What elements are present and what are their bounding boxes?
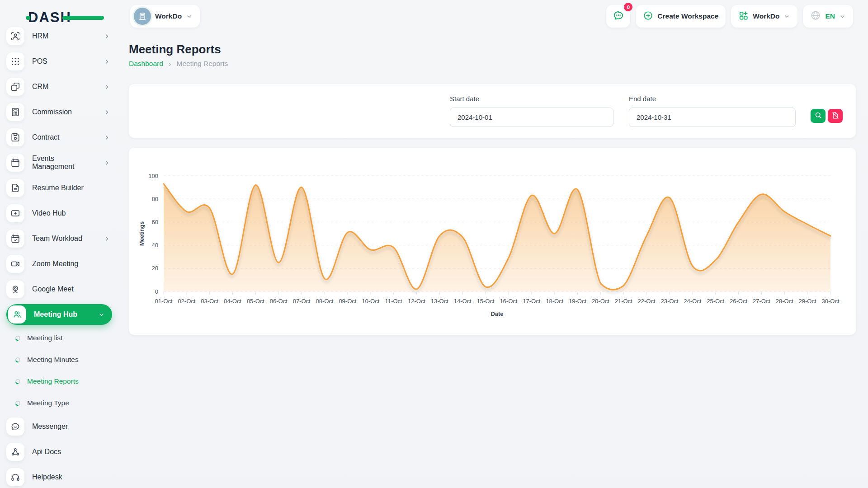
logo-dot-accent [26,16,30,20]
svg-text:03-Oct: 03-Oct [201,298,218,305]
svg-text:02-Oct: 02-Oct [178,298,195,305]
search-icon [814,111,822,121]
chevron-right-icon [104,235,110,242]
chevron-right-icon [104,58,110,65]
save-icon [6,128,24,146]
messages-button[interactable]: 0 [606,5,630,28]
sidebar-item-label: Events Management [32,155,96,171]
chevron-right-icon [104,160,110,166]
chart-x-axis-title: Date [491,310,503,317]
sidebar-item-contract[interactable]: Contract [0,125,118,150]
svg-text:09-Oct: 09-Oct [339,298,356,305]
workspace-dropdown-label: WorkDo [753,12,779,20]
svg-text:29-Oct: 29-Oct [799,298,816,305]
svg-text:01-Oct: 01-Oct [155,298,172,305]
svg-text:05-Oct: 05-Oct [247,298,264,305]
svg-text:16-Oct: 16-Oct [500,298,517,305]
sidebar-item-commission[interactable]: Commission [0,99,118,125]
sidebar-subitem-meeting-reports[interactable]: Meeting Reports [0,371,118,392]
start-date-label: Start date [450,95,479,103]
copy-squares-icon [6,78,24,96]
svg-text:14-Oct: 14-Oct [454,298,472,305]
date-filter-card: Start date End date [129,84,856,138]
sidebar-item-messenger[interactable]: Messenger [0,414,118,439]
bullet-icon [15,335,21,341]
sidebar-item-label: Api Docs [32,448,110,456]
sidebar-subitem-meeting-type[interactable]: Meeting Type [0,392,118,414]
sidebar-item-label: Meeting Hub [34,310,90,319]
meetings-area-chart: 020406080100 01-Oct02-Oct03-Oct04-Oct05-… [129,148,856,335]
globe-icon [810,10,821,23]
sidebar-item-hrm[interactable]: HRM [0,23,118,49]
svg-text:06-Oct: 06-Oct [270,298,288,305]
start-date-input[interactable] [450,108,613,127]
svg-text:11-Oct: 11-Oct [385,298,402,305]
sidebar-item-label: HRM [32,32,96,40]
plus-circle-icon [643,10,653,23]
sidebar-subitem-meeting-list[interactable]: Meeting list [0,327,118,349]
svg-text:60: 60 [152,219,158,225]
workspace-selector-label: WorkDo [155,12,182,20]
sidebar-item-pos[interactable]: POS [0,49,118,74]
chevron-right-icon: › [169,60,171,68]
workspace-selector[interactable]: WorkDo [130,5,200,28]
video-plus-icon [6,204,24,222]
svg-text:80: 80 [152,196,158,202]
sidebar-item-video-hub[interactable]: Video Hub [0,201,118,226]
workspace-dropdown[interactable]: WorkDo [731,5,797,28]
bullet-icon [15,400,21,406]
svg-text:26-Oct: 26-Oct [730,298,747,305]
sidebar-subitem-label: Meeting Minutes [27,356,79,364]
chevron-right-icon [104,134,110,141]
webcam-icon [6,280,24,298]
language-dropdown[interactable]: EN [803,5,853,28]
sidebar-item-api-docs[interactable]: Api Docs [0,439,118,465]
sidebar-subitem-meeting-minutes[interactable]: Meeting Minutes [0,349,118,371]
sidebar-item-google-meet[interactable]: Google Meet [0,277,118,302]
breadcrumb-dashboard-link[interactable]: Dashboard [129,60,163,68]
chevron-down-icon [839,13,846,20]
sidebar-item-team-workload[interactable]: Team Workload [0,226,118,251]
svg-text:04-Oct: 04-Oct [224,298,241,305]
users-icon [8,305,26,324]
user-scan-icon [6,27,24,45]
grid-dots-icon [6,52,24,70]
sidebar-item-label: Commission [32,108,96,116]
sidebar-item-crm[interactable]: CRM [0,74,118,99]
chevron-down-icon [783,13,790,20]
sidebar-item-label: Zoom Meeting [32,260,110,268]
chart-area-fill [164,184,830,291]
language-label: EN [825,12,835,20]
svg-text:30-Oct: 30-Oct [821,298,839,305]
meetings-chart-card: 020406080100 01-Oct02-Oct03-Oct04-Oct05-… [129,148,856,335]
reset-filter-button[interactable] [828,109,843,123]
sidebar-menu: HRMPOSCRMCommissionContractEvents Manage… [0,23,118,488]
sidebar-item-resume-builder[interactable]: Resume Builder [0,175,118,201]
calendar-check-icon [6,230,24,248]
search-button[interactable] [811,109,826,123]
building-icon [134,8,151,25]
svg-text:19-Oct: 19-Oct [569,298,586,305]
sidebar-item-meeting-hub[interactable]: Meeting Hub [6,304,112,325]
create-workspace-button[interactable]: Create Workspace [636,5,726,28]
file-off-icon [831,112,839,121]
file-text-icon [6,179,24,197]
sidebar-item-events-management[interactable]: Events Management [0,150,118,175]
svg-text:18-Oct: 18-Oct [546,298,563,305]
sidebar-item-label: CRM [32,83,96,91]
sidebar-subitem-label: Meeting Type [27,399,69,407]
sidebar-subitem-label: Meeting Reports [27,377,79,385]
chevron-down-icon [186,13,193,20]
sidebar-subitem-label: Meeting list [27,334,62,342]
breadcrumb-current: Meeting Reports [177,60,228,68]
header-actions: 0 Create Workspace WorkDo EN [606,5,853,28]
svg-text:21-Oct: 21-Oct [615,298,632,305]
svg-text:22-Oct: 22-Oct [638,298,656,305]
end-date-input[interactable] [629,108,796,127]
sidebar-item-helpdesk[interactable]: Helpdesk [0,465,118,488]
svg-text:20: 20 [152,265,158,272]
svg-text:0: 0 [155,288,158,295]
chart-y-tick-labels: 020406080100 [148,173,158,295]
sidebar-item-zoom-meeting[interactable]: Zoom Meeting [0,251,118,277]
grid-plus-icon [738,10,749,23]
